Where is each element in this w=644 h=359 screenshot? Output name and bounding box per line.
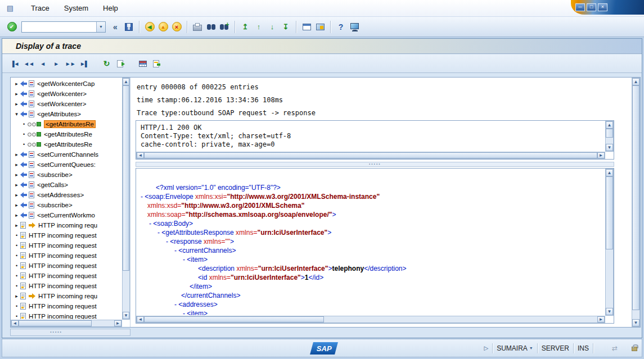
close-button[interactable]: × [598,3,607,11]
splitter-grip[interactable]: ····· [50,331,62,334]
command-field[interactable] [21,21,106,33]
menu-trace[interactable]: Trace [24,2,57,15]
tree-item[interactable]: ▸<subscribe> [12,170,122,180]
tree-item[interactable]: ▸<setCurrentWorkmo [12,210,122,220]
menu-system[interactable]: System [57,2,96,15]
tree-item[interactable]: •HTTP incoming request [12,240,122,251]
tree-item[interactable]: ▸<getWorkcenterCap [12,79,122,89]
find-button[interactable] [205,20,217,34]
tree-vertical-scrollbar[interactable]: ▲ ▼ [122,78,130,320]
print-button[interactable] [191,20,204,34]
prev-entries-page-button[interactable]: ◄◄ [22,58,35,69]
scroll-left-icon[interactable]: ◄ [137,316,144,322]
scroll-left-icon[interactable]: ◄ [11,320,19,326]
window-vertical-scrollbar[interactable]: ▲ ▼ [632,78,640,327]
next-entry-button[interactable]: ► [51,58,62,69]
scroll-right-icon[interactable]: ► [114,320,121,326]
tree-item[interactable]: ▸<setAddresses> [12,190,122,200]
save-button[interactable] [123,20,135,34]
scroll-right-icon[interactable]: ► [597,152,605,158]
tree-horizontal-scrollbar[interactable]: ◄ ► [11,320,122,327]
scroll-down-icon[interactable]: ▼ [632,319,640,326]
scroll-left-icon[interactable]: ◄ [137,152,144,158]
tree-item[interactable]: •HTTP incoming request [12,251,122,261]
expand-expander-icon[interactable]: ▸ [13,81,20,87]
enter-button[interactable]: ✔ [6,20,18,34]
tree-item[interactable]: •HTTP incoming request [12,271,122,281]
tree-item[interactable]: ▸<getWorkcenter> [12,89,122,99]
scrollbar-thumb[interactable] [144,152,597,158]
scrollbar-thumb[interactable] [632,85,640,310]
scroll-right-icon[interactable]: ► [597,316,605,322]
tree-item[interactable]: •HTTP incoming request [12,281,122,291]
tree-item[interactable]: ▸<getCalls> [12,180,122,190]
tree-item[interactable]: •HTTP incoming request [12,311,122,319]
tree-item[interactable]: ▸<setWorkcenter> [12,99,122,109]
tree-item[interactable]: •HTTP incoming request [12,230,122,240]
scroll-up-icon[interactable]: ▲ [606,169,613,176]
scrollbar-thumb[interactable] [19,320,92,326]
scrollbar-thumb[interactable] [123,85,129,271]
tree-item[interactable]: •<getAttributesRe [12,139,122,149]
xml-vertical-scrollbar[interactable]: ▲ ▼ [605,169,614,316]
table-view-button[interactable] [137,58,148,69]
menu-help[interactable]: Help [96,2,125,15]
create-shortcut-button[interactable] [314,20,326,34]
tree-item[interactable]: ▾<getAttributes> [12,109,122,119]
tree-item[interactable]: •HTTP incoming request [12,301,122,311]
tree-item[interactable]: ▸<setCurrentChannels [12,149,122,160]
display-raw-button[interactable] [115,58,126,69]
expand-expander-icon[interactable]: ▸ [13,212,20,218]
headers-horizontal-scrollbar[interactable]: ◄ ► [136,152,605,159]
cancel-button[interactable]: × [170,20,183,34]
previous-page-button[interactable]: ↑ [253,20,265,34]
scrollbar-thumb[interactable] [606,176,613,249]
collapse-expander-icon[interactable]: ▾ [13,111,20,117]
tree-item[interactable]: ▸HTTP incoming requ [12,220,122,230]
export-button[interactable] [151,58,162,69]
customize-layout-button[interactable] [348,20,361,34]
help-button[interactable]: ? [335,20,347,34]
minimize-button[interactable]: ─ [575,3,585,11]
expand-expander-icon[interactable]: ▸ [13,172,20,178]
command-field-dropdown-icon[interactable]: ▼ [96,22,105,32]
headers-vertical-scrollbar[interactable]: ▲ ▼ [605,121,614,152]
scroll-up-icon[interactable]: ▲ [123,78,129,85]
find-next-button[interactable]: + [218,20,231,34]
tree-item[interactable]: •<getAttributesRe [12,119,122,129]
pane-splitter[interactable]: ····· [136,162,614,167]
user-dropdown-icon[interactable]: ▼ [529,346,533,350]
back-button[interactable]: ◀ [143,20,156,34]
scrollbar-thumb[interactable] [606,129,613,138]
expand-expander-icon[interactable]: ▸ [13,293,20,299]
tree-item[interactable]: ▸<setCurrentQueues: [12,160,122,170]
tree-item[interactable]: ▸<subscribe> [12,200,122,210]
xml-horizontal-scrollbar[interactable]: ◄ ► [136,316,605,323]
expand-expander-icon[interactable]: ▸ [13,202,20,208]
performance-menu-icon[interactable]: ▷ [484,345,488,351]
expand-expander-icon[interactable]: ▸ [13,192,20,198]
expand-expander-icon[interactable]: ▸ [13,182,20,188]
expand-expander-icon[interactable]: ▸ [13,91,20,97]
tree-item[interactable]: •<getAttributesRe [12,129,122,139]
next-entries-page-button[interactable]: ►► [64,58,76,69]
scrollbar-thumb[interactable] [144,316,324,322]
exit-button[interactable]: ▲ [157,20,169,34]
system-menu-icon[interactable]: ▤ [4,3,16,13]
first-entry-button[interactable]: ▐◄ [9,58,20,69]
hide-command-field-button[interactable]: « [109,20,121,34]
scroll-up-icon[interactable]: ▲ [606,121,613,129]
expand-expander-icon[interactable]: ▸ [13,152,20,157]
new-session-button[interactable] [300,20,313,34]
next-page-button[interactable]: ↓ [266,20,278,34]
previous-entry-button[interactable]: ◄ [37,58,48,69]
expand-expander-icon[interactable]: ▸ [13,101,20,107]
expand-expander-icon[interactable]: ▸ [13,222,20,228]
status-user-field[interactable]: SUMAIRA ▼ [497,344,533,352]
last-page-button[interactable]: ↧ [280,20,292,34]
last-entry-button[interactable]: ►▌ [79,58,90,69]
first-page-button[interactable]: ↥ [239,20,251,34]
tree-pane-splitter[interactable]: ····· [10,329,130,336]
tree-item[interactable]: •HTTP incoming request [12,261,122,271]
scroll-down-icon[interactable]: ▼ [606,144,613,151]
